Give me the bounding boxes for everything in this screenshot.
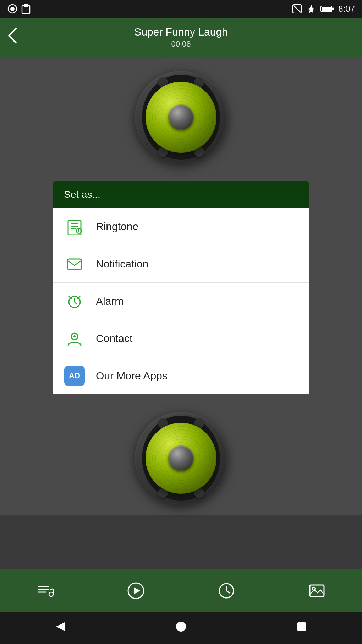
svg-rect-2 [22, 6, 30, 13]
recents-nav-icon[interactable] [295, 620, 308, 636]
svg-line-6 [294, 5, 301, 12]
menu-item-alarm[interactable]: Alarm [53, 283, 309, 320]
status-bar: 8:07 [0, 0, 362, 18]
image-icon[interactable] [308, 581, 326, 600]
menu-item-contact[interactable]: Contact [53, 320, 309, 357]
home-nav-icon[interactable] [175, 620, 187, 636]
nav-bar [0, 612, 362, 644]
menu-item-more-apps[interactable]: AD Our More Apps [53, 357, 309, 394]
top-speaker [135, 71, 227, 163]
back-button[interactable] [7, 27, 18, 48]
svg-line-28 [50, 589, 53, 590]
record-icon [7, 4, 18, 14]
svg-point-35 [176, 622, 186, 632]
bottom-speaker-cone [146, 423, 216, 494]
notification-icon [64, 253, 85, 275]
status-time: 8:07 [338, 4, 355, 14]
set-as-header-text: Set as... [64, 189, 100, 200]
svg-point-26 [49, 592, 53, 596]
airplane-icon [306, 4, 316, 14]
bottom-speaker-container [135, 405, 227, 515]
bottom-speaker [135, 412, 227, 504]
main-content: Set as... Ringtone [0, 57, 362, 515]
set-as-header: Set as... [53, 181, 309, 208]
header: Super Funny Laugh 00:08 [0, 18, 362, 57]
bottom-speaker-outer [135, 412, 227, 504]
svg-marker-34 [56, 622, 65, 631]
svg-rect-8 [322, 7, 331, 11]
history-icon[interactable] [217, 581, 236, 600]
header-duration: 00:08 [134, 39, 228, 49]
header-text: Super Funny Laugh 00:08 [134, 26, 228, 49]
svg-rect-17 [67, 259, 82, 270]
svg-point-33 [312, 587, 315, 590]
top-speaker-container [135, 57, 227, 171]
header-title: Super Funny Laugh [134, 26, 228, 38]
status-left-icons [7, 4, 31, 14]
sd-card-icon [21, 4, 31, 14]
speaker-center [169, 105, 193, 130]
svg-rect-4 [26, 4, 28, 7]
ad-icon: AD [64, 365, 85, 386]
svg-point-1 [10, 7, 15, 11]
svg-rect-3 [24, 4, 26, 7]
status-right-icons: 8:07 [292, 4, 355, 14]
svg-point-22 [73, 335, 76, 337]
back-nav-icon[interactable] [54, 620, 67, 636]
alarm-label: Alarm [96, 295, 124, 307]
alarm-icon [64, 291, 85, 312]
speaker-cone [146, 82, 216, 153]
ringtone-label: Ringtone [96, 221, 138, 233]
svg-marker-30 [134, 587, 140, 594]
battery-icon [320, 5, 334, 13]
set-as-panel: Set as... Ringtone [53, 181, 309, 394]
contact-label: Contact [96, 332, 132, 345]
no-sim-icon [292, 4, 302, 14]
contact-icon [64, 328, 85, 349]
svg-rect-32 [310, 585, 324, 596]
svg-rect-9 [332, 7, 334, 10]
svg-rect-10 [68, 220, 81, 235]
ad-badge: AD [64, 366, 85, 386]
svg-rect-36 [297, 622, 306, 631]
speaker-outer [135, 71, 227, 163]
playlist-icon[interactable] [36, 581, 55, 600]
menu-item-notification[interactable]: Notification [53, 245, 309, 283]
ringtone-icon [64, 216, 85, 237]
menu-item-ringtone[interactable]: Ringtone [53, 208, 309, 245]
bottom-toolbar [0, 569, 362, 612]
bottom-speaker-center [169, 446, 193, 471]
play-icon[interactable] [127, 581, 145, 600]
more-apps-label: Our More Apps [96, 370, 168, 382]
notification-label: Notification [96, 258, 148, 270]
